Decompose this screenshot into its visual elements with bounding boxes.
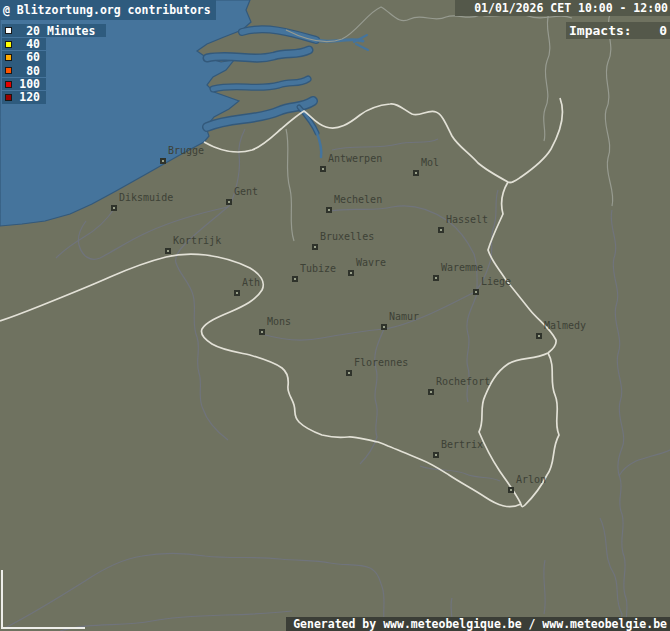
city-marker-antwerpen (320, 166, 326, 172)
city-marker-malmedy (536, 333, 542, 339)
city-marker-bruxelles (312, 244, 318, 250)
city-label-arlon: Arlon (516, 474, 546, 485)
city-marker-dot (113, 207, 115, 209)
city-marker-mons (259, 329, 265, 335)
city-marker-dot (350, 272, 352, 274)
city-marker-rochefort (428, 389, 434, 395)
legend-unit-label: Minutes (47, 24, 95, 38)
legend-minutes-value: 80 (14, 64, 40, 78)
weather-map-page: @ Blitzortung.org contributors 01/01/202… (0, 0, 670, 631)
attribution-banner: @ Blitzortung.org contributors (0, 0, 216, 20)
city-marker-wavre (348, 270, 354, 276)
city-marker-dot (475, 291, 477, 293)
legend-color-swatch (5, 67, 12, 74)
city-label-malmedy: Malmedy (544, 320, 586, 331)
city-marker-dot (261, 331, 263, 333)
legend-row-40: 40 (2, 38, 46, 51)
legend-row-60: 60 (2, 51, 46, 64)
city-label-kortrijk: Kortrijk (173, 235, 221, 246)
legend-color-swatch (5, 94, 12, 101)
city-label-gent: Gent (234, 186, 258, 197)
impacts-value: 0 (659, 23, 667, 38)
city-marker-dot (415, 172, 417, 174)
legend-row-20: 20Minutes (2, 24, 106, 37)
city-label-diksmuide: Diksmuide (119, 192, 173, 203)
city-marker-dot (348, 372, 350, 374)
legend-minutes-value: 100 (14, 77, 40, 91)
legend-minutes-value: 60 (14, 50, 40, 64)
city-label-mons: Mons (267, 316, 291, 327)
credit-bar: Generated by www.meteobelgique.be / www.… (286, 617, 670, 631)
city-marker-florennes (346, 370, 352, 376)
city-marker-kortrijk (165, 248, 171, 254)
legend-color-swatch (5, 81, 12, 88)
legend-row-120: 120 (2, 91, 46, 104)
city-marker-tubize (292, 276, 298, 282)
legend-row-100: 100 (2, 78, 46, 91)
city-marker-dot (440, 229, 442, 231)
city-label-tubize: Tubize (300, 263, 336, 274)
city-marker-hasselt (438, 227, 444, 233)
city-label-wavre: Wavre (356, 257, 386, 268)
city-label-ath: Ath (242, 277, 260, 288)
impacts-label: Impacts: (569, 23, 632, 38)
city-marker-arlon (508, 487, 514, 493)
city-marker-dot (510, 489, 512, 491)
city-marker-dot (383, 326, 385, 328)
city-label-mechelen: Mechelen (334, 194, 382, 205)
city-marker-brugge (160, 158, 166, 164)
city-marker-mechelen (326, 207, 332, 213)
city-marker-gent (226, 199, 232, 205)
city-marker-waremme (433, 275, 439, 281)
legend-color-swatch (5, 54, 12, 61)
city-marker-dot (167, 250, 169, 252)
legend-row-80: 80 (2, 64, 46, 77)
city-marker-dot (328, 209, 330, 211)
city-marker-dot (294, 278, 296, 280)
timestamp-banner: 01/01/2026 CET 10:00 - 12:00 (455, 0, 670, 16)
city-marker-dot (538, 335, 540, 337)
legend-minutes-value: 40 (14, 37, 40, 51)
city-marker-dot (430, 391, 432, 393)
city-label-rochefort: Rochefort (436, 376, 490, 387)
city-label-mol: Mol (421, 157, 439, 168)
city-marker-ath (234, 290, 240, 296)
legend-minutes-value: 20 (14, 24, 40, 38)
city-marker-diksmuide (111, 205, 117, 211)
city-label-waremme: Waremme (441, 262, 483, 273)
city-marker-dot (314, 246, 316, 248)
city-marker-namur (381, 324, 387, 330)
city-marker-mol (413, 170, 419, 176)
city-marker-bertrix (433, 452, 439, 458)
city-label-florennes: Florennes (354, 357, 408, 368)
city-marker-liege (473, 289, 479, 295)
city-label-brugge: Brugge (168, 145, 204, 156)
city-label-hasselt: Hasselt (446, 214, 488, 225)
legend-color-swatch (5, 41, 12, 48)
legend-color-swatch (5, 27, 12, 34)
map-canvas (0, 0, 670, 631)
city-label-antwerpen: Antwerpen (328, 153, 382, 164)
city-marker-dot (435, 454, 437, 456)
city-marker-dot (162, 160, 164, 162)
city-marker-dot (322, 168, 324, 170)
city-marker-dot (435, 277, 437, 279)
city-label-liege: Liege (481, 276, 511, 287)
impacts-counter: Impacts: 0 (566, 22, 670, 39)
city-label-bruxelles: Bruxelles (320, 231, 374, 242)
city-marker-dot (228, 201, 230, 203)
city-label-namur: Namur (389, 311, 419, 322)
city-label-bertrix: Bertrix (441, 439, 483, 450)
city-marker-dot (236, 292, 238, 294)
legend-minutes-value: 120 (14, 90, 40, 104)
